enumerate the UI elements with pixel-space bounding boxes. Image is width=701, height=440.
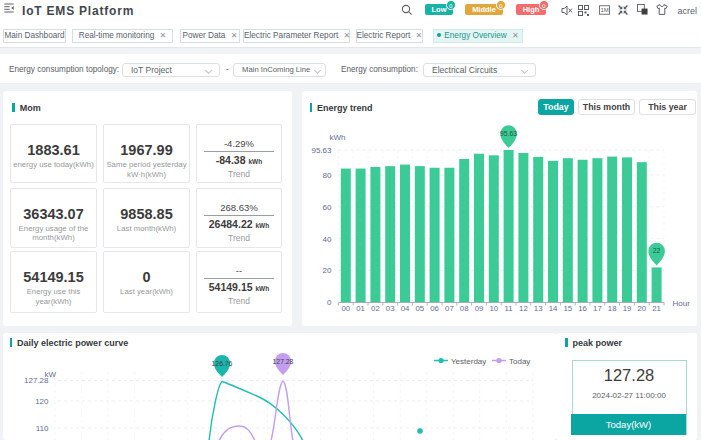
svg-text:110: 110	[36, 424, 49, 433]
svg-text:10: 10	[489, 304, 498, 313]
svg-text:127.28: 127.28	[273, 358, 294, 365]
svg-text:06: 06	[430, 304, 439, 313]
svg-text:17: 17	[593, 304, 602, 313]
svg-text:09: 09	[475, 304, 484, 313]
svg-text:18: 18	[608, 304, 617, 313]
svg-text:02: 02	[371, 304, 380, 313]
svg-text:15: 15	[563, 304, 572, 313]
svg-text:11: 11	[505, 304, 513, 313]
svg-text:80: 80	[323, 171, 332, 180]
svg-text:07: 07	[445, 304, 454, 313]
svg-text:04: 04	[401, 304, 410, 313]
svg-text:13: 13	[534, 304, 543, 313]
svg-text:Hour: Hour	[673, 299, 691, 308]
svg-text:00: 00	[341, 304, 350, 313]
svg-text:126.76: 126.76	[212, 360, 233, 367]
svg-text:Yesterday: Yesterday	[451, 357, 486, 366]
svg-text:19: 19	[623, 304, 632, 313]
svg-text:03: 03	[386, 304, 395, 313]
svg-text:60: 60	[323, 203, 332, 212]
svg-text:01: 01	[356, 304, 365, 313]
svg-text:0: 0	[327, 298, 332, 307]
svg-text:14: 14	[549, 304, 558, 313]
svg-text:08: 08	[460, 304, 469, 313]
svg-text:22: 22	[653, 247, 661, 254]
svg-text:Today: Today	[509, 357, 530, 366]
svg-text:95.63: 95.63	[311, 146, 332, 155]
svg-text:40: 40	[323, 235, 332, 244]
svg-text:1M: 1M	[600, 7, 608, 13]
svg-text:95.63: 95.63	[500, 130, 517, 137]
svg-text:20: 20	[637, 304, 646, 313]
svg-text:kWh: kWh	[330, 133, 346, 142]
svg-text:120: 120	[35, 397, 49, 406]
svg-text:16: 16	[578, 304, 587, 313]
svg-text:127.28: 127.28	[24, 376, 49, 385]
svg-text:21: 21	[652, 304, 661, 313]
svg-text:05: 05	[415, 304, 424, 313]
svg-text:12: 12	[519, 304, 528, 313]
svg-text:20: 20	[323, 266, 332, 275]
